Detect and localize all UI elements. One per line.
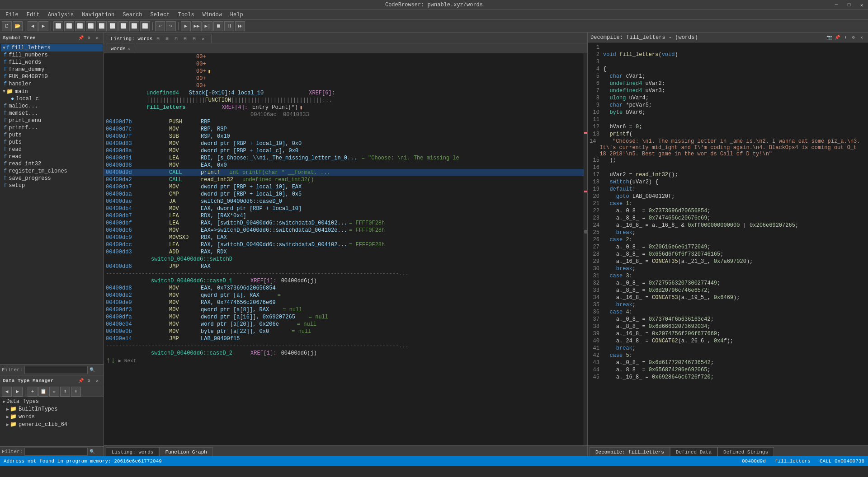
listing-header-icon1[interactable]: ⊟ <box>154 35 161 42</box>
toolbar-btn6[interactable]: ⬜ <box>108 21 118 31</box>
tree-item-fill-numbers[interactable]: f fill_numbers <box>1 51 103 59</box>
bottom-tab-listing[interactable]: Listing: words <box>106 447 159 456</box>
tree-item-memset[interactable]: f memset... <box>1 110 103 117</box>
toolbar-btn3[interactable]: ⬜ <box>75 21 85 31</box>
close-button[interactable]: ✕ <box>855 0 868 10</box>
toolbar-back[interactable]: ◀ <box>28 21 38 31</box>
dtm-close[interactable]: ✕ <box>94 377 101 384</box>
scroll-thumb[interactable] <box>584 230 587 234</box>
menu-tools[interactable]: Tools <box>175 11 198 19</box>
symbol-tree-pin[interactable]: 📌 <box>77 34 85 42</box>
decompile-bottom-tab-defined-strings[interactable]: Defined Strings <box>717 447 774 456</box>
symbol-tree-settings[interactable]: ⚙ <box>85 34 93 42</box>
menu-help[interactable]: Help <box>226 11 247 19</box>
tree-item-print-menu[interactable]: f print_menu <box>1 117 103 124</box>
toolbar-run6[interactable]: ⏭ <box>235 21 245 31</box>
toolbar-run2[interactable]: ▶▶ <box>192 21 202 31</box>
dtm-pin[interactable]: 📌 <box>77 377 85 384</box>
toolbar-new[interactable]: 🗋 <box>2 21 12 31</box>
dtm-filter-icon[interactable]: 🔍 <box>89 448 96 455</box>
listing-header-icon5[interactable]: ⊟ <box>190 35 198 42</box>
listing-scrollbar[interactable] <box>584 53 587 445</box>
listing-scroll[interactable]: 00+ 00+ 00+ ▮ 00+ 00+ <box>104 53 587 445</box>
decompile-bottom-tab-fill[interactable]: Decompile: fill_letters <box>590 447 670 456</box>
tree-item-local-c[interactable]: ● local_c <box>1 95 103 103</box>
menu-edit[interactable]: Edit <box>23 11 43 19</box>
toolbar-forward[interactable]: ▶ <box>38 21 48 31</box>
tree-item-read2[interactable]: f read <box>1 153 103 160</box>
dtm-item-builtin[interactable]: ▶ 📁 BuiltInTypes <box>1 405 103 413</box>
decompile-bottom-tab-defined-data[interactable]: Defined Data <box>670 447 717 456</box>
decompile-settings[interactable]: ⚙ <box>850 34 857 41</box>
dtm-btn7[interactable]: ⬇ <box>71 387 81 397</box>
dtm-btn3[interactable]: + <box>28 387 38 397</box>
toolbar-run4[interactable]: ⏹ <box>213 21 223 31</box>
tree-item-save-progress[interactable]: f save_progress <box>1 175 103 182</box>
toolbar-run5[interactable]: ⏸ <box>224 21 234 31</box>
dtm-btn2[interactable]: ▶ <box>13 387 23 397</box>
listing-inner-tab-close[interactable]: ✕ <box>127 46 130 51</box>
toolbar-run1[interactable]: ▶ <box>181 21 191 31</box>
menu-select[interactable]: Select <box>146 11 173 19</box>
toolbar-btn7[interactable]: ⬜ <box>118 21 128 31</box>
toolbar-btn8[interactable]: ⬜ <box>129 21 139 31</box>
dtm-settings[interactable]: ⚙ <box>85 377 93 384</box>
menu-analysis[interactable]: Analysis <box>44 11 78 19</box>
tree-item-main[interactable]: ▼ 📁 main <box>1 88 103 95</box>
listing-header-icon4[interactable]: ⊞ <box>181 35 189 42</box>
menu-navigation[interactable]: Navigation <box>78 11 118 19</box>
decompile-snapshot[interactable]: 📷 <box>826 34 833 41</box>
symbol-tree-close[interactable]: ✕ <box>94 34 101 42</box>
tree-item-frame-dummy[interactable]: f frame_dummy <box>1 66 103 73</box>
tree-item-read1[interactable]: f read <box>1 146 103 153</box>
asm-mov5: 00400db4 MOV EAX, dword ptr [RBP + local… <box>104 205 587 212</box>
dtm-filter-input[interactable] <box>24 448 88 456</box>
bottom-tab-function-graph[interactable]: Function Graph <box>159 447 212 456</box>
asm-call-printf[interactable]: 00400d9d CALL printf int printf(char * _… <box>104 169 587 176</box>
toolbar-run3[interactable]: ▶| <box>203 21 212 31</box>
dtm-item-words[interactable]: ▶ 📁 words <box>1 413 103 421</box>
listing-header-icon2[interactable]: ⊠ <box>163 35 170 42</box>
tree-item-printf[interactable]: f printf... <box>1 124 103 131</box>
toolbar-btn1[interactable]: ⬜ <box>53 21 63 31</box>
listing-close[interactable]: ✕ <box>199 35 207 42</box>
minimize-button[interactable]: ─ <box>830 0 843 10</box>
toolbar-btn4[interactable]: ⬜ <box>86 21 96 31</box>
toolbar-btn5[interactable]: ⬜ <box>97 21 107 31</box>
tree-item-malloc[interactable]: f malloc... <box>1 103 103 110</box>
listing-header-icon3[interactable]: ⊡ <box>172 35 179 42</box>
decompile-close[interactable]: ✕ <box>858 34 865 41</box>
tree-item-register-tm[interactable]: f register_tm_clones <box>1 168 103 175</box>
dtm-item-data-types[interactable]: ▶ Data Types <box>1 398 103 405</box>
toolbar-open[interactable]: 📂 <box>13 21 23 31</box>
filter-icon[interactable]: 🔍 <box>89 366 96 374</box>
menu-search[interactable]: Search <box>119 11 146 19</box>
listing-inner-tab-words[interactable]: words ✕ <box>106 44 135 53</box>
menu-file[interactable]: File <box>2 11 22 19</box>
toolbar-redo[interactable]: ↪ <box>166 21 176 31</box>
dtm-btn1[interactable]: ◀ <box>2 387 12 397</box>
dtm-btn4[interactable]: 📋 <box>38 387 48 397</box>
dtm-item-generic[interactable]: ▶ 📁 generic_clib_64 <box>1 421 103 428</box>
decompile-content[interactable]: 1 2 void fill_letters(void) 3 4 { 5 char… <box>588 42 868 445</box>
maximize-button[interactable]: □ <box>843 0 855 10</box>
tree-item-read-int32[interactable]: f read_int32 <box>1 160 103 168</box>
tree-item-puts1[interactable]: f puts <box>1 131 103 139</box>
decompile-pin[interactable]: 📌 <box>834 34 841 41</box>
tree-item-puts2[interactable]: f puts <box>1 139 103 146</box>
symbol-tree-filter-input[interactable] <box>24 366 88 374</box>
tree-item-fill-letters[interactable]: ▼ f fill_letters <box>1 44 103 51</box>
dtm-btn6[interactable]: ⬆ <box>60 387 70 397</box>
toolbar-undo[interactable]: ↩ <box>155 21 165 31</box>
menu-window[interactable]: Window <box>199 11 226 19</box>
toolbar-btn9[interactable]: ⬜ <box>140 21 150 31</box>
dtm-btn5[interactable]: ✏ <box>49 387 59 397</box>
tree-item-setup[interactable]: f setup <box>1 182 103 189</box>
tree-item-fill-words[interactable]: f fill_words <box>1 59 103 66</box>
asm-add: 00400dd3 ADD RAX, RDX <box>104 248 587 256</box>
toolbar-btn2[interactable]: ⬜ <box>64 21 74 31</box>
tree-item-fun[interactable]: f FUN_00400710 <box>1 73 103 80</box>
listing-tab-words[interactable]: Listing: words ⊟ ⊠ ⊡ ⊞ ⊟ ✕ <box>106 34 212 43</box>
tree-item-handler[interactable]: f handler <box>1 80 103 88</box>
decompile-export[interactable]: ⬆ <box>842 34 849 41</box>
